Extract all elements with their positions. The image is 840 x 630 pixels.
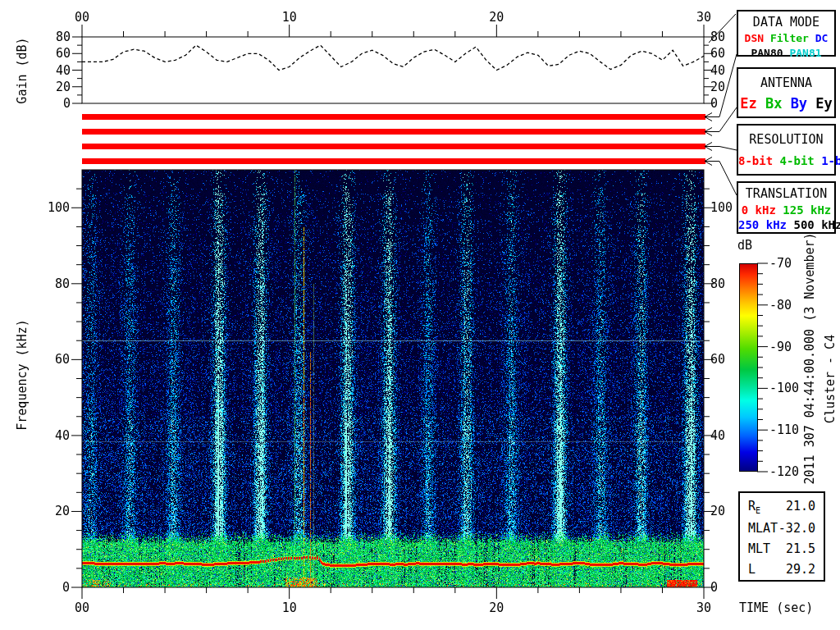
time-xtick-label: 00 xyxy=(75,602,89,614)
freq-ytick-label: 0 xyxy=(62,582,70,594)
translation-box: TRANSLATION 0 kHz 125 kHz 250 kHz 500 kH… xyxy=(737,181,836,234)
callout-arrowhead xyxy=(705,117,712,121)
callout-arrowhead xyxy=(705,128,712,132)
antenna-options: Ez Bx By Ey xyxy=(738,95,834,112)
callout-arrowhead xyxy=(705,113,712,117)
data-mode-option-pan81: PAN81 xyxy=(789,47,821,59)
ephemeris-label: MLT xyxy=(748,541,770,556)
gain-axis-title: Gain (dB) xyxy=(16,37,29,103)
antenna-option-bx: Bx xyxy=(765,95,782,112)
translation-title: TRANSLATION xyxy=(738,186,834,201)
translation-option-500-khz: 500 kHz xyxy=(793,218,840,231)
resolution-box: RESOLUTION 8-bit 4-bit 1-bit xyxy=(737,124,836,176)
colorbar-tick-label: -80 xyxy=(769,299,792,311)
spectrogram-canvas xyxy=(82,170,704,587)
freq-ytick-label-right: 60 xyxy=(710,354,725,366)
data-mode-title: DATA MODE xyxy=(738,15,834,30)
time-xtick-label: 20 xyxy=(489,602,504,614)
ephemeris-row-mlt: MLT21.5 xyxy=(740,541,824,556)
colorbar-tick-label: -70 xyxy=(769,258,792,270)
ephemeris-row-mlat: MLAT-32.0 xyxy=(740,521,824,536)
translation-option-125-khz: 125 kHz xyxy=(783,203,831,217)
ephemeris-value: -32.0 xyxy=(778,521,815,536)
translation-options-1: 0 kHz 125 kHz xyxy=(738,203,834,217)
freq-ytick-label-right: 80 xyxy=(710,277,725,290)
ephemeris-value: 21.0 xyxy=(786,499,815,515)
status-bar-4 xyxy=(82,158,705,164)
freq-ytick-label-right: 0 xyxy=(710,582,718,594)
gain-ytick-label: 60 xyxy=(56,48,71,60)
data-mode-option-dsn: DSN xyxy=(745,32,764,44)
gain-ytick-label-right: 20 xyxy=(710,80,725,93)
callout-arrowhead xyxy=(705,132,712,136)
freq-ytick-label-right: 20 xyxy=(710,505,725,518)
resolution-options: 8-bit 4-bit 1-bit xyxy=(738,154,834,167)
resolution-option-8-bit: 8-bit xyxy=(738,154,773,167)
colorbar-gradient xyxy=(739,263,758,472)
callout-line xyxy=(719,147,737,151)
frequency-axis-title: Frequency (kHz) xyxy=(16,319,29,430)
time-axis-title: TIME (sec) xyxy=(739,602,813,614)
freq-ytick-label: 60 xyxy=(55,354,70,366)
data-mode-option-pan80: PAN80 xyxy=(751,47,783,59)
antenna-title: ANTENNA xyxy=(738,75,834,90)
gain-top-tick-label: 30 xyxy=(696,11,711,24)
ephemeris-label: RE xyxy=(748,499,760,515)
status-bar-2 xyxy=(82,129,705,135)
gain-ytick-label-right: 80 xyxy=(710,31,725,43)
resolution-option-1-bit: 1-bit xyxy=(821,154,840,167)
colorbar-tick-label: -90 xyxy=(769,340,792,353)
wbd-summary-plot: Gain (dB) Frequency (kHz) TIME (sec) dB … xyxy=(0,0,840,630)
freq-ytick-label: 40 xyxy=(55,429,70,441)
gain-ytick-label-right: 60 xyxy=(710,48,725,60)
ephemeris-label: L xyxy=(748,562,756,577)
callout-arrowhead xyxy=(705,143,712,147)
ephemeris-label: MLAT xyxy=(748,521,778,536)
gain-ytick-label: 20 xyxy=(56,80,71,93)
gain-top-tick-label: 00 xyxy=(75,11,89,24)
data-mode-option-filter: Filter xyxy=(770,32,809,44)
ephemeris-row-r: RE21.0 xyxy=(740,499,824,515)
ephemeris-box: RE21.0MLAT-32.0MLT21.5L29.2 xyxy=(738,491,825,582)
gain-ytick-label: 80 xyxy=(56,31,71,43)
freq-ytick-label: 100 xyxy=(48,202,70,214)
callout-line xyxy=(719,162,737,196)
ephemeris-value: 29.2 xyxy=(786,562,815,577)
colorbar-tick-label: -110 xyxy=(769,424,799,436)
gain-trace xyxy=(82,45,704,70)
freq-ytick-label: 80 xyxy=(55,277,70,290)
colorbar-tick-label: -100 xyxy=(769,382,799,395)
gain-ytick-label: 40 xyxy=(56,64,71,76)
resolution-title: RESOLUTION xyxy=(738,132,834,147)
callout-arrowhead xyxy=(705,158,712,162)
resolution-option-4-bit: 4-bit xyxy=(780,154,815,167)
translation-option-250-khz: 250 kHz xyxy=(738,218,787,231)
antenna-box: ANTENNA Ez Bx By Ey xyxy=(737,67,836,118)
gain-top-tick-label: 20 xyxy=(489,11,504,24)
callout-arrowhead xyxy=(705,162,712,166)
ephemeris-row-l: L29.2 xyxy=(740,562,824,577)
gain-ytick-label: 0 xyxy=(63,98,71,110)
callout-line xyxy=(719,107,737,132)
data-mode-option-dc: DC xyxy=(815,32,829,44)
status-bar-1 xyxy=(82,114,705,120)
freq-ytick-label: 20 xyxy=(55,505,70,518)
colorbar-tick-label: -120 xyxy=(769,466,799,478)
freq-ytick-label-right: 40 xyxy=(710,429,725,441)
gain-ytick-label-right: 40 xyxy=(710,64,725,76)
gain-plot-frame xyxy=(82,37,704,103)
data-mode-panels: PAN80 PAN81 xyxy=(738,47,834,59)
gain-top-tick-label: 10 xyxy=(282,11,297,24)
antenna-option-ey: Ey xyxy=(815,95,832,112)
antenna-option-ez: Ez xyxy=(740,95,756,112)
status-bar-3 xyxy=(82,144,705,149)
antenna-option-by: By xyxy=(791,95,807,112)
translation-option-0-khz: 0 kHz xyxy=(742,203,776,217)
data-mode-box: DATA MODE DSN Filter DC PAN80 PAN81 xyxy=(737,10,836,57)
colorbar-title: dB xyxy=(737,240,752,252)
ephemeris-value: 21.5 xyxy=(786,541,815,556)
time-xtick-label: 30 xyxy=(696,602,711,614)
time-xtick-label: 10 xyxy=(282,602,297,614)
translation-options-2: 250 kHz 500 kHz xyxy=(738,218,834,231)
gain-ytick-label-right: 0 xyxy=(710,98,718,110)
